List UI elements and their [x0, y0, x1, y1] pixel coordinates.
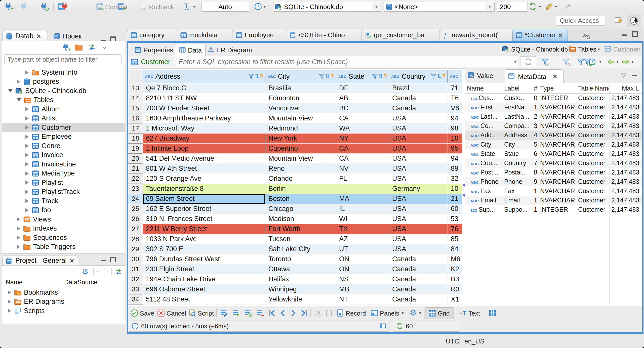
apply-filter-icon[interactable]: ✓ — [541, 58, 549, 66]
cell-state[interactable]: NY — [336, 134, 389, 144]
cell-city[interactable]: Halifax — [265, 274, 336, 284]
cell-extra[interactable]: 21 — [448, 194, 462, 204]
meta-row-country[interactable]: ABCCou...Country7NVARCHARCustomer2,147,4… — [465, 158, 642, 168]
row-number[interactable]: 26 — [128, 214, 143, 224]
pen-dropdown-icon[interactable]: ▾ — [555, 4, 557, 9]
expand-right-icon[interactable] — [25, 116, 29, 120]
expand-right-icon[interactable] — [8, 290, 11, 294]
record-button[interactable]: Record — [346, 310, 366, 317]
cell-extra[interactable]: 71 — [448, 83, 462, 93]
tab-project-general[interactable]: Project - General — [3, 255, 78, 266]
tab-er-diagram[interactable]: ER Diagram — [204, 44, 256, 56]
row-number[interactable]: 17 — [128, 123, 143, 134]
cell-extra[interactable]: 98 — [448, 123, 462, 134]
filter-history-dropdown-icon[interactable]: ▾ — [514, 59, 516, 64]
expand-right-icon[interactable] — [17, 245, 20, 249]
breadcrumb-connection[interactable]: SQLite - Chinook.db — [511, 46, 568, 53]
meta-row-firstna[interactable]: ABCFirst...FirstNa...1NVARCHARCustomer2,… — [465, 103, 642, 112]
meta-row-custo[interactable]: 123Cus...Custo...0INTEGERCustomer2,147,4… — [465, 93, 642, 103]
row-number[interactable]: 30 — [128, 254, 143, 264]
cell-country[interactable]: USA — [389, 224, 448, 234]
tree-item-track[interactable]: Track — [2, 196, 125, 206]
cell-state[interactable]: TX — [336, 224, 389, 234]
tab-metadata[interactable]: MetaData — [505, 69, 564, 83]
cell-country[interactable]: USA — [389, 144, 448, 154]
collapse-all-icon[interactable]: ⌄ — [102, 43, 107, 51]
cell-extra[interactable]: 85 — [448, 234, 462, 244]
row-number[interactable]: 23 — [128, 184, 143, 194]
last-page-icon[interactable] — [300, 309, 308, 317]
expand-right-icon[interactable] — [17, 227, 20, 231]
row-number[interactable]: 31 — [128, 264, 143, 274]
cell-state[interactable]: NS — [336, 274, 389, 284]
tree-item-invoiceline[interactable]: InvoiceLine — [2, 160, 125, 169]
expand-right-icon[interactable] — [25, 135, 29, 139]
maximize-project-button[interactable] — [109, 256, 117, 263]
fetch-next-dropdown-icon[interactable]: ▾ — [631, 59, 634, 64]
delete-row-icon[interactable] — [256, 309, 264, 317]
expand-right-icon[interactable] — [25, 70, 29, 74]
breadcrumb-folder-icon[interactable] — [569, 45, 576, 53]
expand-right-icon[interactable] — [25, 153, 29, 157]
editor-tab-mockdata[interactable]: mockdata — [177, 29, 232, 41]
expand-right-icon[interactable] — [25, 107, 29, 111]
cell-country[interactable]: USA — [389, 214, 448, 224]
row-number[interactable]: 24 — [128, 194, 143, 204]
project-item-scripts[interactable]: Scripts — [2, 306, 125, 316]
breadcrumb-table[interactable]: Customer — [613, 46, 640, 53]
fetch-next-icon[interactable] — [622, 58, 630, 66]
cell-state[interactable]: NT — [336, 294, 389, 304]
cell-state[interactable]: WA — [336, 123, 389, 134]
cell-address[interactable]: 194A Chain Lake Drive — [143, 274, 265, 284]
cell-address[interactable]: 8210 111 ST NW — [143, 93, 265, 103]
cell-state[interactable]: DF — [336, 83, 389, 93]
cell-city[interactable]: Madison — [265, 214, 336, 224]
tree-item-views[interactable]: Views — [2, 215, 125, 224]
cell-state[interactable]: CA — [336, 154, 389, 164]
cell-country[interactable]: USA — [389, 244, 448, 254]
panels-button[interactable]: Panels — [380, 310, 399, 317]
tree-item-data-types[interactable]: Data Types — [2, 251, 125, 253]
cell-city[interactable]: Mountain View — [265, 113, 336, 123]
row-number[interactable]: 13 — [128, 83, 143, 93]
cell-city[interactable]: Mountain View — [265, 154, 336, 164]
commit-icon[interactable] — [95, 3, 103, 11]
tree-item-system-info[interactable]: System Info — [2, 68, 125, 77]
expand-right-icon[interactable] — [17, 80, 20, 84]
meta-row-city[interactable]: ABCCityCity5NVARCHARCustomer2,147,483 — [465, 140, 642, 149]
sql-editor-icon[interactable] — [57, 3, 65, 11]
grid-corner-cell[interactable] — [128, 70, 143, 83]
cancel-icon[interactable] — [157, 309, 165, 317]
expand-right-icon[interactable] — [25, 199, 29, 203]
cell-address[interactable]: 1600 Amphitheatre Parkway — [143, 113, 265, 123]
add-row-icon[interactable] — [232, 309, 240, 317]
cell-extra[interactable]: 94 — [448, 113, 462, 123]
cell-address[interactable]: Tauentzienstraße 8 — [143, 184, 265, 194]
meta-column-header-table-name[interactable]: Table Name — [576, 85, 609, 92]
record-icon[interactable] — [336, 309, 344, 317]
cell-city[interactable]: Chicago — [265, 204, 336, 214]
cell-state[interactable]: CA — [336, 144, 389, 154]
cell-address[interactable]: 69 Salem Street — [143, 194, 265, 204]
cell-extra[interactable]: 53 — [448, 214, 462, 224]
tree-item-artist[interactable]: Artist — [2, 114, 125, 123]
tab-database-navigator[interactable]: Datab — [3, 31, 48, 41]
close-icon[interactable] — [36, 33, 42, 39]
meta-column-header-label[interactable]: Label — [502, 85, 532, 92]
close-icon[interactable] — [552, 74, 558, 79]
editor-tab-sqlite-chino[interactable]: <SQLite - Chino — [286, 29, 361, 41]
expand-right-icon[interactable] — [25, 208, 29, 212]
project-settings-gear-icon[interactable]: ⚙ — [82, 267, 89, 276]
save-button[interactable]: Save — [140, 310, 154, 317]
cell-country[interactable]: Canada — [389, 254, 448, 264]
expand-right-icon[interactable] — [17, 236, 20, 240]
row-number[interactable]: 16 — [128, 113, 143, 123]
row-number[interactable]: 33 — [128, 284, 143, 294]
expand-right-icon[interactable] — [25, 144, 29, 148]
close-icon[interactable] — [69, 258, 75, 264]
panels-dropdown-icon[interactable]: ▾ — [401, 311, 404, 316]
row-number[interactable]: 18 — [128, 134, 143, 144]
row-number[interactable]: 14 — [128, 93, 143, 103]
sort-icon[interactable]: ⇅ — [378, 73, 383, 80]
tree-item-invoice[interactable]: Invoice — [2, 151, 125, 160]
